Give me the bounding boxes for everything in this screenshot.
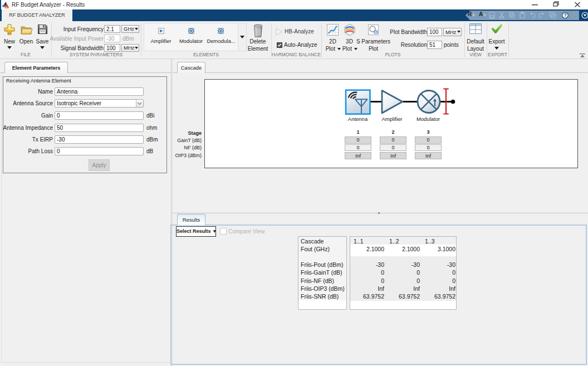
svg-text:?: ?	[564, 12, 566, 18]
svg-text:Modulator: Modulator	[416, 116, 440, 122]
svg-text:Amplifier: Amplifier	[382, 116, 403, 122]
svg-text:Antenna: Antenna	[348, 116, 368, 122]
